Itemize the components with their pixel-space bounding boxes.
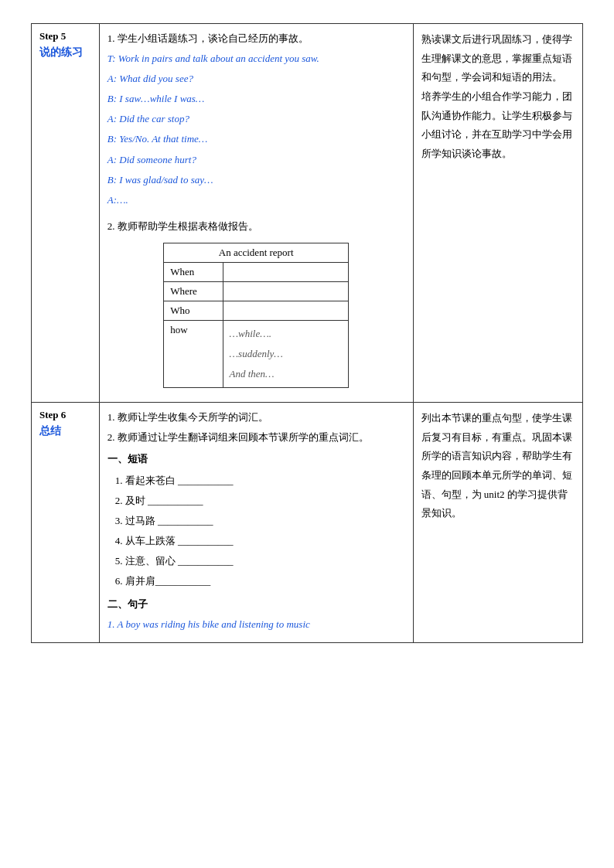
step5-dialog-3: A: Did the car stop? bbox=[107, 111, 405, 128]
phrase-5: 5. 注意、留心 ___________ bbox=[115, 551, 405, 571]
step5-label: Step 5 bbox=[39, 30, 91, 43]
step5-item2: 2. 教师帮助学生根据表格做报告。 bbox=[107, 218, 405, 235]
phrase-3: 3. 过马路 ___________ bbox=[115, 511, 405, 531]
step6-row: Step 6 总结 1. 教师让学生收集今天所学的词汇。 2. 教师通过让学生翻… bbox=[32, 402, 583, 642]
how-item-1: …suddenly… bbox=[230, 344, 343, 364]
report-who-value bbox=[223, 301, 349, 320]
how-item-2: And then… bbox=[230, 364, 343, 384]
step6-section-phrases: 一、短语 bbox=[107, 451, 405, 468]
report-who-row: Who bbox=[164, 301, 349, 320]
step5-dialog-6: B: I was glad/sad to say… bbox=[107, 172, 405, 189]
report-where-value bbox=[223, 281, 349, 301]
step6-name: 总结 bbox=[39, 424, 91, 438]
step6-notes-cell: 列出本节课的重点句型，使学生课后复习有目标，有重点。巩固本课所学的语言知识内容，… bbox=[413, 402, 582, 642]
step5-notes: 熟读课文后进行巩固练习，使得学生理解课文的意思，掌握重点短语和句型，学会词和短语… bbox=[421, 30, 575, 164]
step6-section-sentences: 二、句子 bbox=[107, 596, 405, 613]
report-when-value bbox=[223, 262, 349, 281]
step6-item2: 2. 教师通过让学生翻译词组来回顾本节课所学的重点词汇。 bbox=[107, 429, 405, 446]
phrase-4: 4. 从车上跌落 ___________ bbox=[115, 531, 405, 551]
step6-notes: 列出本节课的重点句型，使学生课后复习有目标，有重点。巩固本课所学的语言知识内容，… bbox=[421, 409, 575, 523]
step6-phrases-list: 1. 看起来苍白 ___________ 2. 及时 ___________ 3… bbox=[107, 471, 405, 591]
step5-content-cell: 1. 学生小组话题练习，谈论自己经历的事故。 T: Work in pairs … bbox=[99, 24, 413, 403]
accident-report-table: An accident report When Where Who how bbox=[163, 243, 349, 388]
step5-dialog-5: A: Did someone hurt? bbox=[107, 151, 405, 168]
step6-label-cell: Step 6 总结 bbox=[32, 402, 100, 642]
step5-dialog-7: A:…. bbox=[107, 192, 405, 209]
report-header-row: An accident report bbox=[164, 243, 349, 262]
how-item-0: …while…. bbox=[230, 324, 343, 344]
step5-notes-cell: 熟读课文后进行巩固练习，使得学生理解课文的意思，掌握重点短语和句型，学会词和短语… bbox=[413, 24, 582, 403]
step5-item1: 1. 学生小组话题练习，谈论自己经历的事故。 bbox=[107, 30, 405, 47]
report-where-row: Where bbox=[164, 281, 349, 301]
step6-item1: 1. 教师让学生收集今天所学的词汇。 bbox=[107, 409, 405, 426]
step5-label-cell: Step 5 说的练习 bbox=[32, 24, 100, 403]
step5-name: 说的练习 bbox=[39, 46, 91, 60]
report-how-row: how …while…. …suddenly… And then… bbox=[164, 320, 349, 387]
report-when-row: When bbox=[164, 262, 349, 281]
report-where-label: Where bbox=[164, 281, 223, 301]
step5-dialog-1: A: What did you see? bbox=[107, 70, 405, 87]
main-table: Step 5 说的练习 1. 学生小组话题练习，谈论自己经历的事故。 T: Wo… bbox=[31, 23, 583, 643]
step5-dialog-2: B: I saw…while I was… bbox=[107, 90, 405, 107]
report-who-label: Who bbox=[164, 301, 223, 320]
step5-dialog-0: T: Work in pairs and talk about an accid… bbox=[107, 50, 405, 67]
step5-row: Step 5 说的练习 1. 学生小组话题练习，谈论自己经历的事故。 T: Wo… bbox=[32, 24, 583, 403]
report-title: An accident report bbox=[164, 243, 349, 262]
step5-dialog-4: B: Yes/No. At that time… bbox=[107, 131, 405, 148]
phrase-6: 6. 肩并肩___________ bbox=[115, 571, 405, 591]
step6-content-cell: 1. 教师让学生收集今天所学的词汇。 2. 教师通过让学生翻译词组来回顾本节课所… bbox=[99, 402, 413, 642]
phrase-2: 2. 及时 ___________ bbox=[115, 491, 405, 511]
step6-sentence-1: 1. A boy was riding his bike and listeni… bbox=[107, 616, 405, 633]
report-how-label: how bbox=[164, 320, 223, 387]
step6-label: Step 6 bbox=[39, 409, 91, 421]
phrase-1: 1. 看起来苍白 ___________ bbox=[115, 471, 405, 491]
report-how-items: …while…. …suddenly… And then… bbox=[223, 320, 349, 387]
report-when-label: When bbox=[164, 262, 223, 281]
